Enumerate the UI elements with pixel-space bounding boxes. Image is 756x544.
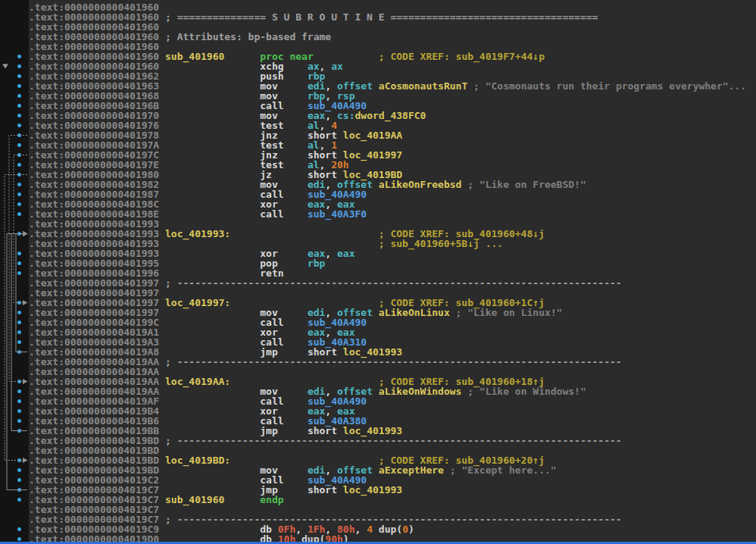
gutter-cell: [0, 327, 29, 337]
address-dot-icon[interactable]: [17, 232, 21, 236]
address-dot-icon[interactable]: [17, 94, 21, 98]
comment-text: ; --------------------------------------…: [165, 277, 622, 289]
gutter-cell: [0, 475, 29, 485]
operand: cs:: [337, 110, 355, 121]
line-content: ; --------------------------------------…: [159, 277, 621, 289]
operand: dup(: [379, 524, 402, 535]
comment-text: ; --------------------------------------…: [165, 435, 622, 446]
address-dot-icon[interactable]: [17, 153, 21, 157]
address-dot-icon[interactable]: [17, 458, 21, 462]
operand: 4: [367, 524, 373, 535]
gutter-cell: [0, 209, 29, 219]
string-comment: ; "Cosmonauts run their programs everywh…: [473, 80, 746, 92]
address-dot-icon[interactable]: [17, 498, 21, 502]
operand: [373, 524, 379, 535]
gutter-cell: [0, 81, 29, 91]
address-dot-icon[interactable]: [17, 320, 21, 324]
spacer: [467, 80, 473, 92]
operand-symbol[interactable]: dword_438FC0: [355, 110, 426, 121]
address-dot-icon[interactable]: [17, 340, 21, 344]
address-dot-icon[interactable]: [17, 261, 21, 265]
operand: ,: [355, 524, 367, 535]
operand-symbol[interactable]: aCosmonautsRunT: [379, 80, 467, 92]
gutter-cell: [0, 386, 29, 396]
line-content: sub_401960 endp: [159, 494, 283, 505]
operand: rbp: [308, 258, 325, 269]
gutter-cell: [0, 140, 29, 150]
address-dot-icon[interactable]: [17, 252, 21, 255]
gutter-cell: [0, 61, 29, 71]
address-dot-icon[interactable]: [17, 537, 21, 541]
address-dot-icon[interactable]: [17, 350, 21, 354]
xref-comment[interactable]: ; sub_401960+5B↓j ...: [379, 238, 503, 249]
gutter-cell: [0, 514, 29, 524]
string-comment: ; "Like on FreeBSD!": [467, 179, 586, 190]
address-dot-icon[interactable]: [17, 104, 21, 108]
gutter-cell: [0, 396, 29, 406]
gutter-cell: [0, 426, 29, 436]
address-dot-icon[interactable]: [17, 311, 21, 314]
address-dot-icon[interactable]: [17, 212, 21, 216]
operand-symbol[interactable]: loc_401993: [343, 484, 402, 496]
operand-symbol[interactable]: aLikeOnFreebsd: [379, 179, 462, 190]
operand-symbol[interactable]: loc_4019AA: [343, 130, 402, 141]
spacer: [165, 208, 260, 220]
address-dot-icon[interactable]: [17, 123, 21, 127]
address-dot-icon[interactable]: [17, 389, 21, 393]
gutter-cell: [0, 268, 29, 278]
address-dot-icon[interactable]: [17, 271, 21, 275]
operand-symbol[interactable]: aLikeOnWindows: [379, 386, 462, 397]
address-dot-icon[interactable]: [17, 55, 21, 58]
address-dot-icon[interactable]: [17, 143, 21, 147]
gutter-cell: [0, 249, 29, 258]
gutter-cell: [0, 22, 29, 32]
gutter-cell: [0, 347, 29, 357]
gutter-cell: [0, 308, 29, 317]
gutter-cell: [0, 219, 29, 229]
address-dot-icon[interactable]: [17, 202, 21, 206]
address-dot-icon[interactable]: [17, 468, 21, 472]
address-dot-icon[interactable]: [17, 409, 21, 413]
xref-comment[interactable]: ; CODE XREF: sub_4019F7+44↓p: [379, 51, 545, 62]
address-dot-icon[interactable]: [17, 478, 21, 482]
address-dot-icon[interactable]: [17, 183, 21, 186]
spacer: [450, 307, 456, 318]
address-dot-icon[interactable]: [17, 380, 21, 383]
address-dot-icon[interactable]: [17, 114, 21, 117]
operand-symbol[interactable]: aLikeOnLinux: [379, 307, 450, 318]
address-dot-icon[interactable]: [17, 330, 21, 334]
address-dot-icon[interactable]: [17, 74, 21, 78]
operand-symbol[interactable]: loc_401997: [343, 149, 402, 161]
gutter-cell: [0, 42, 29, 52]
gutter-cell: [0, 278, 29, 288]
gutter-cell: [0, 101, 29, 111]
operand-symbol[interactable]: aExceptHere: [379, 464, 444, 476]
gutter-cell: [0, 52, 29, 61]
gutter-cell: [0, 2, 29, 12]
address-dot-icon[interactable]: [17, 488, 21, 492]
operand: ,: [325, 248, 337, 259]
address-dot-icon[interactable]: [17, 173, 21, 177]
string-comment: ; "Like on Windows!": [467, 386, 586, 397]
address-dot-icon[interactable]: [17, 301, 21, 305]
address-dot-icon[interactable]: [17, 163, 21, 167]
address-dot-icon[interactable]: [17, 527, 21, 531]
address-dot-icon[interactable]: [17, 64, 21, 68]
gutter-cell: [0, 357, 29, 367]
function-name[interactable]: sub_401960: [165, 494, 224, 505]
proc-keyword: endp: [260, 494, 283, 505]
address-dot-icon[interactable]: [17, 399, 21, 403]
gutter-cell: [0, 120, 29, 130]
address-dot-icon[interactable]: [17, 84, 21, 88]
gutter-cell: [0, 377, 29, 386]
gutter-cell: [0, 524, 29, 534]
address-dot-icon[interactable]: [17, 133, 21, 137]
address-dot-icon[interactable]: [17, 192, 21, 196]
gutter-cell: [0, 436, 29, 446]
ida-disassembly-window: .text:0000000000401960 .text:00000000004…: [0, 0, 756, 544]
address-dot-icon[interactable]: [17, 419, 21, 423]
address-dot-icon[interactable]: [17, 429, 21, 433]
operand-symbol[interactable]: sub_40A3F0: [308, 208, 367, 220]
line-content: call sub_40A3F0: [159, 208, 367, 220]
gutter-cell: [0, 446, 29, 455]
